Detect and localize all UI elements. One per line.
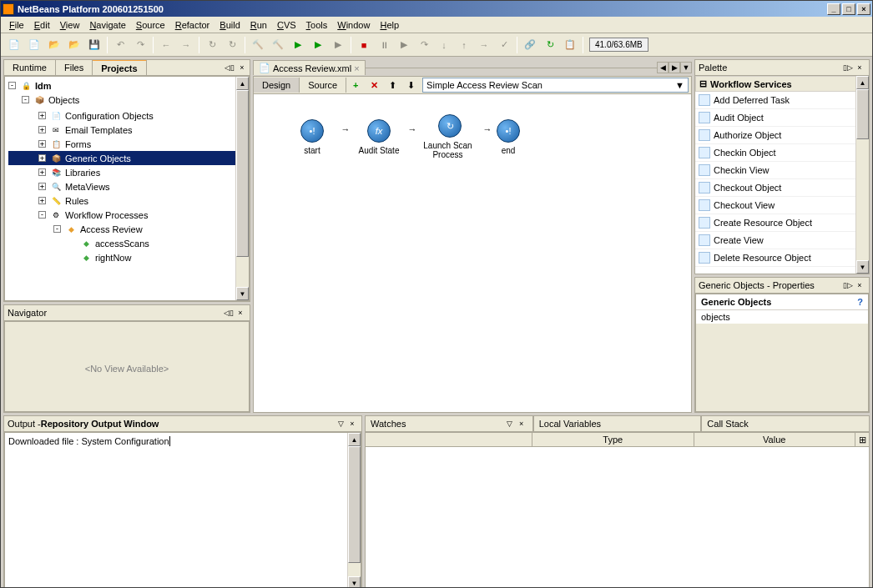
tab-files[interactable]: Files <box>56 60 93 75</box>
palette-item[interactable]: Authorize Object <box>695 127 869 144</box>
minimize-watches-icon[interactable]: ▽ <box>504 418 516 430</box>
close-watches-icon[interactable]: × <box>516 418 527 430</box>
minimize-output-icon[interactable]: ▽ <box>335 418 346 430</box>
editor-dropdown-icon[interactable]: ▼ <box>680 62 692 73</box>
palette-item[interactable]: Create Resource Object <box>695 214 869 232</box>
run-icon[interactable]: ▶ <box>289 36 307 54</box>
extra2-icon[interactable]: ↻ <box>541 36 559 54</box>
tree-item[interactable]: +📋Forms <box>8 137 245 151</box>
delete-icon[interactable]: ✕ <box>366 78 382 93</box>
close-navigator-icon[interactable]: × <box>235 307 246 319</box>
palette-item[interactable]: Checkout View <box>695 197 869 214</box>
add-icon[interactable]: + <box>347 78 364 93</box>
save-icon[interactable]: 💾 <box>85 36 103 54</box>
download-icon[interactable]: ⬇ <box>402 78 419 93</box>
debug-col-type[interactable]: Type <box>532 433 694 446</box>
tree-root[interactable]: -🔒Idm <box>7 78 247 93</box>
palette-item[interactable]: Delete Resource Object <box>695 249 869 267</box>
tree-item[interactable]: +✉Email Templates <box>8 123 245 137</box>
workflow-node-start[interactable]: •!start <box>287 119 337 155</box>
close-button[interactable]: × <box>857 3 870 15</box>
close-properties-icon[interactable]: × <box>854 279 865 291</box>
attach-icon[interactable]: ▶ <box>329 36 347 54</box>
new-file-icon[interactable]: 📄 <box>5 36 23 54</box>
minimize-properties-icon[interactable]: ▯▷ <box>842 279 854 291</box>
palette-item[interactable]: Checkin View <box>695 162 869 179</box>
step-into-icon[interactable]: ↓ <box>435 36 453 54</box>
new-project-icon[interactable]: 📄 <box>25 36 43 54</box>
upload-icon[interactable]: ⬆ <box>384 78 401 93</box>
menu-edit[interactable]: Edit <box>29 18 55 32</box>
build-icon[interactable]: 🔨 <box>249 36 267 54</box>
minimize-palette-icon[interactable]: ▯▷ <box>842 62 854 73</box>
close-panel-icon[interactable]: × <box>236 62 248 73</box>
menu-run[interactable]: Run <box>245 18 272 32</box>
palette-item[interactable]: Checkin Object <box>695 144 869 162</box>
stop-icon[interactable]: ■ <box>355 36 373 54</box>
editor-tab[interactable]: 📄 Access Review.xml × <box>253 60 366 75</box>
tree-scrollbar[interactable]: ▲▼ <box>235 77 249 300</box>
clean-icon[interactable]: 🔨 <box>269 36 287 54</box>
tab-runtime[interactable]: Runtime <box>4 60 56 75</box>
back-icon[interactable]: ← <box>157 36 175 54</box>
menu-refactor[interactable]: Refactor <box>170 18 215 32</box>
apply-icon[interactable]: ✓ <box>495 36 513 54</box>
tree-item[interactable]: +🔍MetaViews <box>8 179 245 193</box>
palette-item[interactable]: Add Deferred Task <box>695 92 869 109</box>
output-body[interactable]: Downloaded file : System Configuration ▲… <box>4 432 361 588</box>
menu-cvs[interactable]: CVS <box>272 18 301 32</box>
menu-view[interactable]: View <box>55 18 85 32</box>
cycle2-icon[interactable]: ↻ <box>223 36 241 54</box>
redo-icon[interactable]: ↷ <box>131 36 149 54</box>
tab-local-variables[interactable]: Local Variables <box>533 415 702 432</box>
forward-icon[interactable]: → <box>177 36 195 54</box>
palette-scrollbar[interactable]: ▲▼ <box>855 76 869 274</box>
close-tab-icon[interactable]: × <box>354 63 359 73</box>
menu-build[interactable]: Build <box>214 18 245 32</box>
memory-indicator[interactable]: 41.0/63.6MB <box>589 38 648 52</box>
open-file-icon[interactable]: 📂 <box>45 36 63 54</box>
menu-window[interactable]: Window <box>332 18 375 32</box>
debug-body[interactable]: Type Value ⊞ <box>365 432 870 588</box>
tree-workflow[interactable]: -⚙Workflow Processes <box>8 208 245 222</box>
help-icon[interactable]: ? <box>857 297 863 307</box>
workflow-canvas[interactable]: •!start → fxAudit State → ↻Launch Scan P… <box>253 94 692 413</box>
palette-item[interactable]: Checkout Object <box>695 179 869 197</box>
source-view-button[interactable]: Source <box>300 78 346 93</box>
tree-objects[interactable]: -📦Objects <box>7 93 247 107</box>
palette-item[interactable]: Create View <box>695 232 869 249</box>
palette-item[interactable]: Audit Object <box>695 109 869 127</box>
workflow-node[interactable]: ↻Launch Scan Process <box>421 114 479 159</box>
step-over-icon[interactable]: ↷ <box>415 36 433 54</box>
design-view-button[interactable]: Design <box>254 78 300 93</box>
close-palette-icon[interactable]: × <box>854 62 865 73</box>
tree-item[interactable]: +📄Configuration Objects <box>8 108 245 123</box>
debug-icon[interactable]: ▶ <box>309 36 327 54</box>
workflow-node-end[interactable]: •!end <box>496 119 521 155</box>
tree-item[interactable]: +📚Libraries <box>8 165 245 179</box>
menu-file[interactable]: File <box>4 18 29 32</box>
close-output-icon[interactable]: × <box>346 418 358 430</box>
tree-leaf[interactable]: ◆rightNow <box>8 250 245 264</box>
tree-item[interactable]: +📏Rules <box>8 193 245 208</box>
tab-watches[interactable]: Watches ▽ × <box>365 415 533 432</box>
editor-nav-right-icon[interactable]: ▶ <box>669 62 680 73</box>
extra3-icon[interactable]: 📋 <box>561 36 579 54</box>
editor-nav-left-icon[interactable]: ◀ <box>657 62 669 73</box>
debug-col-value[interactable]: Value <box>694 433 856 446</box>
continue-icon[interactable]: ▶ <box>395 36 413 54</box>
project-tree[interactable]: -🔒Idm -📦Objects +📄Configuration Objects … <box>4 76 250 301</box>
minimize-panel-icon[interactable]: ◁▯ <box>224 62 235 73</box>
tree-access-review[interactable]: -◆Access Review <box>8 222 245 236</box>
maximize-button[interactable]: □ <box>842 3 855 15</box>
workflow-node[interactable]: fxAudit State <box>354 119 404 155</box>
menu-source[interactable]: Source <box>131 18 170 32</box>
tab-projects[interactable]: Projects <box>93 59 146 75</box>
minimize-button[interactable]: _ <box>827 3 840 15</box>
scan-selector[interactable]: Simple Access Review Scan ▼ <box>422 78 689 93</box>
menu-help[interactable]: Help <box>375 18 404 32</box>
minimize-navigator-icon[interactable]: ◁▯ <box>223 307 235 319</box>
output-scrollbar[interactable]: ▲▼ <box>347 433 361 588</box>
run-to-icon[interactable]: → <box>475 36 493 54</box>
palette-category[interactable]: ⊟Workflow Services <box>695 76 869 92</box>
